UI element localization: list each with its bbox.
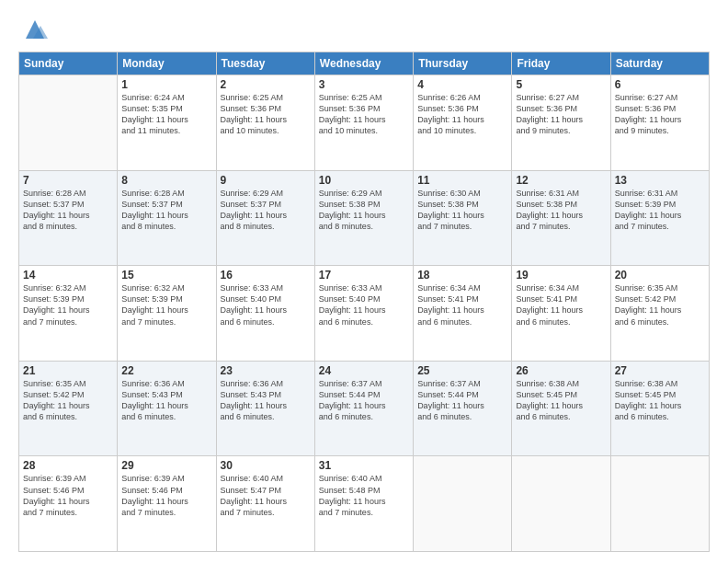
day-number: 18: [417, 269, 507, 282]
day-info: Sunrise: 6:36 AM Sunset: 5:43 PM Dayligh…: [221, 378, 311, 423]
day-info: Sunrise: 6:31 AM Sunset: 5:38 PM Dayligh…: [516, 188, 606, 233]
weekday-header-sunday: Sunday: [19, 52, 118, 75]
calendar-cell: 23Sunrise: 6:36 AM Sunset: 5:43 PM Dayli…: [216, 361, 314, 456]
day-info: Sunrise: 6:28 AM Sunset: 5:37 PM Dayligh…: [23, 188, 113, 233]
day-number: 11: [417, 174, 507, 187]
day-number: 14: [23, 269, 113, 282]
weekday-header-tuesday: Tuesday: [216, 52, 314, 75]
day-info: Sunrise: 6:38 AM Sunset: 5:45 PM Dayligh…: [516, 378, 606, 423]
calendar-cell: 21Sunrise: 6:35 AM Sunset: 5:42 PM Dayli…: [19, 361, 118, 456]
day-number: 23: [221, 364, 311, 377]
weekday-header-row: SundayMondayTuesdayWednesdayThursdayFrid…: [19, 52, 710, 75]
day-number: 21: [23, 364, 113, 377]
weekday-header-thursday: Thursday: [414, 52, 512, 75]
calendar-cell: 26Sunrise: 6:38 AM Sunset: 5:45 PM Dayli…: [512, 361, 610, 456]
day-number: 3: [319, 78, 409, 91]
day-info: Sunrise: 6:37 AM Sunset: 5:44 PM Dayligh…: [319, 378, 409, 423]
day-info: Sunrise: 6:35 AM Sunset: 5:42 PM Dayligh…: [615, 282, 705, 327]
calendar-week-row: 7Sunrise: 6:28 AM Sunset: 5:37 PM Daylig…: [19, 170, 710, 266]
day-info: Sunrise: 6:30 AM Sunset: 5:38 PM Dayligh…: [417, 188, 507, 233]
day-info: Sunrise: 6:39 AM Sunset: 5:46 PM Dayligh…: [23, 473, 113, 518]
day-info: Sunrise: 6:31 AM Sunset: 5:39 PM Dayligh…: [615, 188, 705, 233]
weekday-header-friday: Friday: [512, 52, 610, 75]
day-info: Sunrise: 6:34 AM Sunset: 5:41 PM Dayligh…: [417, 282, 507, 327]
day-info: Sunrise: 6:37 AM Sunset: 5:44 PM Dayligh…: [417, 378, 507, 423]
day-number: 13: [615, 174, 705, 187]
calendar-cell: 27Sunrise: 6:38 AM Sunset: 5:45 PM Dayli…: [610, 361, 709, 456]
calendar-cell: 16Sunrise: 6:33 AM Sunset: 5:40 PM Dayli…: [216, 266, 314, 362]
calendar-cell: 9Sunrise: 6:29 AM Sunset: 5:37 PM Daylig…: [216, 170, 314, 266]
day-info: Sunrise: 6:40 AM Sunset: 5:48 PM Dayligh…: [319, 473, 409, 518]
calendar-cell: [512, 456, 610, 552]
day-number: 24: [319, 364, 409, 377]
day-info: Sunrise: 6:32 AM Sunset: 5:39 PM Dayligh…: [121, 282, 211, 327]
day-info: Sunrise: 6:29 AM Sunset: 5:38 PM Dayligh…: [319, 188, 409, 233]
day-info: Sunrise: 6:32 AM Sunset: 5:39 PM Dayligh…: [23, 282, 113, 327]
day-info: Sunrise: 6:33 AM Sunset: 5:40 PM Dayligh…: [221, 282, 311, 327]
calendar-cell: [414, 456, 512, 552]
calendar-cell: 19Sunrise: 6:34 AM Sunset: 5:41 PM Dayli…: [512, 266, 610, 362]
day-number: 31: [319, 459, 409, 472]
day-number: 8: [121, 174, 211, 187]
day-info: Sunrise: 6:39 AM Sunset: 5:46 PM Dayligh…: [121, 473, 211, 518]
calendar-week-row: 1Sunrise: 6:24 AM Sunset: 5:35 PM Daylig…: [19, 75, 710, 171]
calendar-cell: 8Sunrise: 6:28 AM Sunset: 5:37 PM Daylig…: [118, 170, 216, 266]
calendar-week-row: 21Sunrise: 6:35 AM Sunset: 5:42 PM Dayli…: [19, 361, 710, 456]
day-number: 29: [121, 459, 211, 472]
calendar-cell: 28Sunrise: 6:39 AM Sunset: 5:46 PM Dayli…: [19, 456, 118, 552]
weekday-header-monday: Monday: [118, 52, 216, 75]
day-info: Sunrise: 6:40 AM Sunset: 5:47 PM Dayligh…: [221, 473, 311, 518]
calendar-cell: 13Sunrise: 6:31 AM Sunset: 5:39 PM Dayli…: [610, 170, 709, 266]
weekday-header-saturday: Saturday: [610, 52, 709, 75]
calendar-cell: [610, 456, 709, 552]
calendar-cell: 29Sunrise: 6:39 AM Sunset: 5:46 PM Dayli…: [118, 456, 216, 552]
day-number: 19: [516, 269, 606, 282]
day-info: Sunrise: 6:29 AM Sunset: 5:37 PM Dayligh…: [221, 188, 311, 233]
day-info: Sunrise: 6:24 AM Sunset: 5:35 PM Dayligh…: [121, 92, 211, 137]
calendar-cell: 31Sunrise: 6:40 AM Sunset: 5:48 PM Dayli…: [314, 456, 413, 552]
calendar-cell: 12Sunrise: 6:31 AM Sunset: 5:38 PM Dayli…: [512, 170, 610, 266]
day-number: 22: [121, 364, 211, 377]
calendar-cell: 20Sunrise: 6:35 AM Sunset: 5:42 PM Dayli…: [610, 266, 709, 362]
page: SundayMondayTuesdayWednesdayThursdayFrid…: [0, 0, 728, 563]
calendar-cell: 11Sunrise: 6:30 AM Sunset: 5:38 PM Dayli…: [414, 170, 512, 266]
logo: [18, 17, 48, 42]
day-number: 1: [121, 78, 211, 91]
day-number: 2: [221, 78, 311, 91]
calendar-cell: [19, 75, 118, 171]
day-info: Sunrise: 6:36 AM Sunset: 5:43 PM Dayligh…: [121, 378, 211, 423]
calendar-cell: 4Sunrise: 6:26 AM Sunset: 5:36 PM Daylig…: [414, 75, 512, 171]
day-info: Sunrise: 6:27 AM Sunset: 5:36 PM Dayligh…: [516, 92, 606, 137]
day-number: 10: [319, 174, 409, 187]
calendar-cell: 30Sunrise: 6:40 AM Sunset: 5:47 PM Dayli…: [216, 456, 314, 552]
day-number: 20: [615, 269, 705, 282]
day-number: 16: [221, 269, 311, 282]
day-number: 12: [516, 174, 606, 187]
calendar-cell: 24Sunrise: 6:37 AM Sunset: 5:44 PM Dayli…: [314, 361, 413, 456]
calendar-cell: 1Sunrise: 6:24 AM Sunset: 5:35 PM Daylig…: [118, 75, 216, 171]
day-number: 28: [23, 459, 113, 472]
calendar-cell: 18Sunrise: 6:34 AM Sunset: 5:41 PM Dayli…: [414, 266, 512, 362]
day-number: 25: [417, 364, 507, 377]
calendar-week-row: 28Sunrise: 6:39 AM Sunset: 5:46 PM Dayli…: [19, 456, 710, 552]
calendar-cell: 5Sunrise: 6:27 AM Sunset: 5:36 PM Daylig…: [512, 75, 610, 171]
calendar-cell: 17Sunrise: 6:33 AM Sunset: 5:40 PM Dayli…: [314, 266, 413, 362]
header: [18, 17, 710, 42]
day-number: 5: [516, 78, 606, 91]
day-info: Sunrise: 6:35 AM Sunset: 5:42 PM Dayligh…: [23, 378, 113, 423]
calendar-cell: 6Sunrise: 6:27 AM Sunset: 5:36 PM Daylig…: [610, 75, 709, 171]
day-info: Sunrise: 6:34 AM Sunset: 5:41 PM Dayligh…: [516, 282, 606, 327]
day-number: 27: [615, 364, 705, 377]
day-number: 4: [417, 78, 507, 91]
day-number: 30: [221, 459, 311, 472]
day-number: 17: [319, 269, 409, 282]
calendar-cell: 3Sunrise: 6:25 AM Sunset: 5:36 PM Daylig…: [314, 75, 413, 171]
day-number: 15: [121, 269, 211, 282]
calendar-cell: 22Sunrise: 6:36 AM Sunset: 5:43 PM Dayli…: [118, 361, 216, 456]
calendar-cell: 10Sunrise: 6:29 AM Sunset: 5:38 PM Dayli…: [314, 170, 413, 266]
day-number: 6: [615, 78, 705, 91]
day-info: Sunrise: 6:25 AM Sunset: 5:36 PM Dayligh…: [221, 92, 311, 137]
calendar-table: SundayMondayTuesdayWednesdayThursdayFrid…: [18, 52, 710, 552]
weekday-header-wednesday: Wednesday: [314, 52, 413, 75]
day-info: Sunrise: 6:26 AM Sunset: 5:36 PM Dayligh…: [417, 92, 507, 137]
